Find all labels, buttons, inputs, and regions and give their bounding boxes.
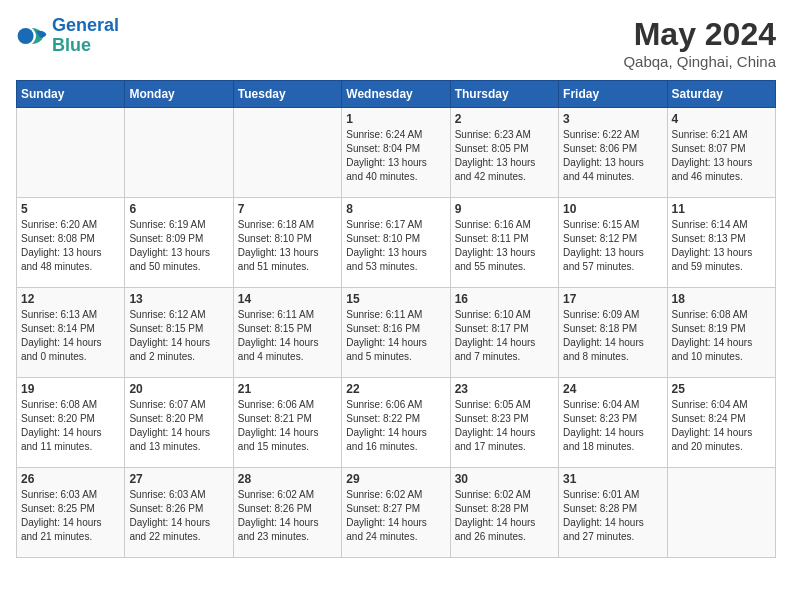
day-info: Sunrise: 6:20 AMSunset: 8:08 PMDaylight:… xyxy=(21,218,120,274)
day-number: 18 xyxy=(672,292,771,306)
calendar-day-cell: 30Sunrise: 6:02 AMSunset: 8:28 PMDayligh… xyxy=(450,468,558,558)
calendar-day-cell: 11Sunrise: 6:14 AMSunset: 8:13 PMDayligh… xyxy=(667,198,775,288)
day-number: 2 xyxy=(455,112,554,126)
weekday-header-cell: Monday xyxy=(125,81,233,108)
calendar-day-cell: 7Sunrise: 6:18 AMSunset: 8:10 PMDaylight… xyxy=(233,198,341,288)
calendar-day-cell: 23Sunrise: 6:05 AMSunset: 8:23 PMDayligh… xyxy=(450,378,558,468)
day-number: 20 xyxy=(129,382,228,396)
day-info: Sunrise: 6:11 AMSunset: 8:16 PMDaylight:… xyxy=(346,308,445,364)
calendar-day-cell: 12Sunrise: 6:13 AMSunset: 8:14 PMDayligh… xyxy=(17,288,125,378)
day-number: 28 xyxy=(238,472,337,486)
weekday-header-cell: Saturday xyxy=(667,81,775,108)
weekday-header-cell: Wednesday xyxy=(342,81,450,108)
calendar-day-cell: 6Sunrise: 6:19 AMSunset: 8:09 PMDaylight… xyxy=(125,198,233,288)
day-info: Sunrise: 6:04 AMSunset: 8:24 PMDaylight:… xyxy=(672,398,771,454)
calendar-day-cell: 13Sunrise: 6:12 AMSunset: 8:15 PMDayligh… xyxy=(125,288,233,378)
calendar-day-cell: 16Sunrise: 6:10 AMSunset: 8:17 PMDayligh… xyxy=(450,288,558,378)
title-area: May 2024 Qabqa, Qinghai, China xyxy=(623,16,776,70)
day-info: Sunrise: 6:04 AMSunset: 8:23 PMDaylight:… xyxy=(563,398,662,454)
day-number: 21 xyxy=(238,382,337,396)
calendar-day-cell: 10Sunrise: 6:15 AMSunset: 8:12 PMDayligh… xyxy=(559,198,667,288)
calendar-day-cell xyxy=(17,108,125,198)
calendar-day-cell: 14Sunrise: 6:11 AMSunset: 8:15 PMDayligh… xyxy=(233,288,341,378)
day-number: 8 xyxy=(346,202,445,216)
day-number: 7 xyxy=(238,202,337,216)
calendar-day-cell: 26Sunrise: 6:03 AMSunset: 8:25 PMDayligh… xyxy=(17,468,125,558)
day-number: 12 xyxy=(21,292,120,306)
logo: General Blue xyxy=(16,16,119,56)
day-info: Sunrise: 6:10 AMSunset: 8:17 PMDaylight:… xyxy=(455,308,554,364)
weekday-header-cell: Thursday xyxy=(450,81,558,108)
day-number: 9 xyxy=(455,202,554,216)
day-number: 15 xyxy=(346,292,445,306)
day-info: Sunrise: 6:08 AMSunset: 8:19 PMDaylight:… xyxy=(672,308,771,364)
calendar-day-cell: 28Sunrise: 6:02 AMSunset: 8:26 PMDayligh… xyxy=(233,468,341,558)
day-info: Sunrise: 6:07 AMSunset: 8:20 PMDaylight:… xyxy=(129,398,228,454)
logo-icon xyxy=(16,20,48,52)
day-number: 22 xyxy=(346,382,445,396)
calendar-day-cell: 17Sunrise: 6:09 AMSunset: 8:18 PMDayligh… xyxy=(559,288,667,378)
calendar-day-cell: 24Sunrise: 6:04 AMSunset: 8:23 PMDayligh… xyxy=(559,378,667,468)
calendar-day-cell: 18Sunrise: 6:08 AMSunset: 8:19 PMDayligh… xyxy=(667,288,775,378)
logo-text: General Blue xyxy=(52,16,119,56)
day-info: Sunrise: 6:02 AMSunset: 8:26 PMDaylight:… xyxy=(238,488,337,544)
day-info: Sunrise: 6:15 AMSunset: 8:12 PMDaylight:… xyxy=(563,218,662,274)
calendar-day-cell: 22Sunrise: 6:06 AMSunset: 8:22 PMDayligh… xyxy=(342,378,450,468)
day-info: Sunrise: 6:01 AMSunset: 8:28 PMDaylight:… xyxy=(563,488,662,544)
day-number: 10 xyxy=(563,202,662,216)
page-header: General Blue May 2024 Qabqa, Qinghai, Ch… xyxy=(16,16,776,70)
day-number: 11 xyxy=(672,202,771,216)
day-number: 30 xyxy=(455,472,554,486)
day-number: 4 xyxy=(672,112,771,126)
calendar-day-cell: 5Sunrise: 6:20 AMSunset: 8:08 PMDaylight… xyxy=(17,198,125,288)
day-info: Sunrise: 6:06 AMSunset: 8:22 PMDaylight:… xyxy=(346,398,445,454)
day-info: Sunrise: 6:02 AMSunset: 8:28 PMDaylight:… xyxy=(455,488,554,544)
day-number: 1 xyxy=(346,112,445,126)
day-number: 14 xyxy=(238,292,337,306)
day-info: Sunrise: 6:14 AMSunset: 8:13 PMDaylight:… xyxy=(672,218,771,274)
day-number: 23 xyxy=(455,382,554,396)
day-info: Sunrise: 6:09 AMSunset: 8:18 PMDaylight:… xyxy=(563,308,662,364)
day-info: Sunrise: 6:03 AMSunset: 8:25 PMDaylight:… xyxy=(21,488,120,544)
day-number: 25 xyxy=(672,382,771,396)
day-number: 13 xyxy=(129,292,228,306)
day-info: Sunrise: 6:08 AMSunset: 8:20 PMDaylight:… xyxy=(21,398,120,454)
day-number: 16 xyxy=(455,292,554,306)
day-info: Sunrise: 6:19 AMSunset: 8:09 PMDaylight:… xyxy=(129,218,228,274)
day-number: 3 xyxy=(563,112,662,126)
day-number: 31 xyxy=(563,472,662,486)
calendar-day-cell: 27Sunrise: 6:03 AMSunset: 8:26 PMDayligh… xyxy=(125,468,233,558)
day-info: Sunrise: 6:11 AMSunset: 8:15 PMDaylight:… xyxy=(238,308,337,364)
weekday-header-row: SundayMondayTuesdayWednesdayThursdayFrid… xyxy=(17,81,776,108)
weekday-header-cell: Tuesday xyxy=(233,81,341,108)
day-info: Sunrise: 6:06 AMSunset: 8:21 PMDaylight:… xyxy=(238,398,337,454)
day-number: 19 xyxy=(21,382,120,396)
day-info: Sunrise: 6:13 AMSunset: 8:14 PMDaylight:… xyxy=(21,308,120,364)
calendar-week-row: 5Sunrise: 6:20 AMSunset: 8:08 PMDaylight… xyxy=(17,198,776,288)
day-number: 5 xyxy=(21,202,120,216)
calendar-table: SundayMondayTuesdayWednesdayThursdayFrid… xyxy=(16,80,776,558)
calendar-week-row: 19Sunrise: 6:08 AMSunset: 8:20 PMDayligh… xyxy=(17,378,776,468)
day-info: Sunrise: 6:02 AMSunset: 8:27 PMDaylight:… xyxy=(346,488,445,544)
calendar-day-cell xyxy=(667,468,775,558)
day-info: Sunrise: 6:16 AMSunset: 8:11 PMDaylight:… xyxy=(455,218,554,274)
day-number: 6 xyxy=(129,202,228,216)
calendar-day-cell: 21Sunrise: 6:06 AMSunset: 8:21 PMDayligh… xyxy=(233,378,341,468)
day-info: Sunrise: 6:23 AMSunset: 8:05 PMDaylight:… xyxy=(455,128,554,184)
day-info: Sunrise: 6:05 AMSunset: 8:23 PMDaylight:… xyxy=(455,398,554,454)
day-number: 26 xyxy=(21,472,120,486)
day-number: 17 xyxy=(563,292,662,306)
calendar-day-cell: 1Sunrise: 6:24 AMSunset: 8:04 PMDaylight… xyxy=(342,108,450,198)
day-info: Sunrise: 6:24 AMSunset: 8:04 PMDaylight:… xyxy=(346,128,445,184)
calendar-day-cell: 25Sunrise: 6:04 AMSunset: 8:24 PMDayligh… xyxy=(667,378,775,468)
day-info: Sunrise: 6:18 AMSunset: 8:10 PMDaylight:… xyxy=(238,218,337,274)
calendar-day-cell: 3Sunrise: 6:22 AMSunset: 8:06 PMDaylight… xyxy=(559,108,667,198)
calendar-day-cell: 20Sunrise: 6:07 AMSunset: 8:20 PMDayligh… xyxy=(125,378,233,468)
calendar-day-cell: 9Sunrise: 6:16 AMSunset: 8:11 PMDaylight… xyxy=(450,198,558,288)
day-info: Sunrise: 6:21 AMSunset: 8:07 PMDaylight:… xyxy=(672,128,771,184)
calendar-body: 1Sunrise: 6:24 AMSunset: 8:04 PMDaylight… xyxy=(17,108,776,558)
calendar-week-row: 12Sunrise: 6:13 AMSunset: 8:14 PMDayligh… xyxy=(17,288,776,378)
day-info: Sunrise: 6:12 AMSunset: 8:15 PMDaylight:… xyxy=(129,308,228,364)
main-title: May 2024 xyxy=(623,16,776,53)
weekday-header-cell: Friday xyxy=(559,81,667,108)
